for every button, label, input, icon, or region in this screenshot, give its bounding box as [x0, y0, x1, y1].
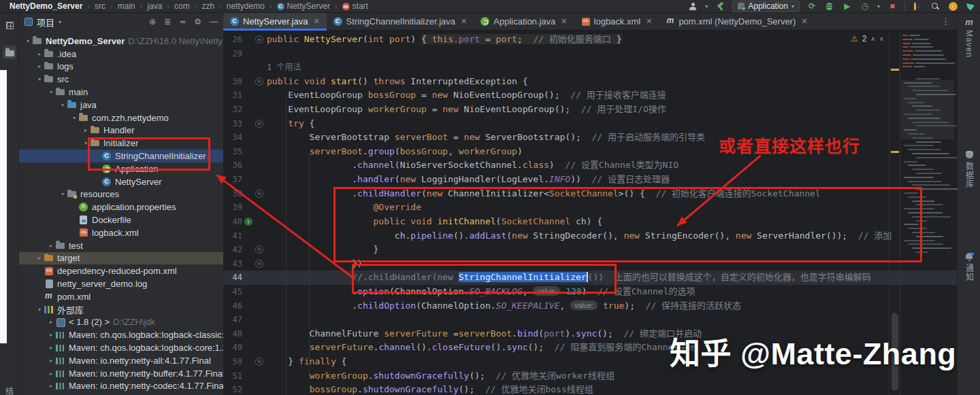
close-icon[interactable]: ✕ — [461, 17, 467, 26]
tree-item-pom.xml[interactable]: pom.xml — [19, 290, 223, 303]
expand-all-icon[interactable]: ≣ — [164, 17, 171, 27]
fold-icon[interactable]: ˅ — [255, 190, 263, 198]
maven-tool-button[interactable]: m Maven — [958, 17, 980, 58]
code-line-37[interactable]: 37 .handler(new LoggingHandler(LogLevel.… — [223, 173, 957, 187]
close-icon[interactable]: ✕ — [561, 17, 567, 26]
breadcrumb-item[interactable]: main — [118, 1, 135, 11]
prev-warning-icon[interactable]: ∧ — [870, 35, 875, 42]
chevron-icon[interactable]: ▾ — [35, 307, 44, 313]
code-line-48[interactable]: 48 ChannelFuture serverFuture =serverBoo… — [223, 327, 957, 341]
project-tab[interactable]: 项目 ▾ — [24, 16, 61, 29]
chevron-icon[interactable]: ▾ — [58, 102, 67, 108]
scrollbar-thumb[interactable] — [892, 313, 898, 391]
tree-item-dependency-reduced-pom.xml[interactable]: dependency-reduced-pom.xml — [19, 264, 223, 277]
fold-icon[interactable]: ˅ — [255, 78, 263, 86]
close-icon[interactable]: ✕ — [801, 17, 807, 26]
code-line-hint[interactable]: 1 个用法 — [223, 61, 957, 75]
chevron-icon[interactable]: ▸ — [35, 63, 44, 69]
chevron-icon[interactable]: ▸ — [46, 243, 56, 249]
debug-button[interactable] — [824, 1, 835, 12]
build-hammer-icon[interactable] — [715, 1, 725, 12]
chevron-icon[interactable]: ▸ — [35, 255, 44, 261]
coverage-button[interactable]: ▶ — [842, 1, 853, 12]
breadcrumb-item[interactable]: CNettyServer — [277, 1, 330, 11]
code-line-39[interactable]: 39 @Override — [223, 201, 957, 215]
tab-application-java[interactable]: Application.java✕ — [474, 13, 574, 30]
breadcrumb-item[interactable]: src — [95, 1, 105, 11]
notifications-tool-button[interactable]: 通知 — [958, 253, 980, 281]
code-line-51[interactable]: 51 workerGroup.shutdownGracefully(); // … — [223, 369, 957, 383]
chevron-icon[interactable]: ▸ — [46, 332, 56, 338]
code-line-49[interactable]: 49 serverFuture.channel().closeFuture().… — [223, 341, 957, 355]
chevron-icon[interactable]: ▾ — [46, 89, 56, 95]
code-line-50[interactable]: 50˅ } finally { — [223, 355, 957, 369]
fold-icon[interactable]: + — [255, 35, 263, 44]
tree-item-com.zzh.nettydemo[interactable]: ▾com.zzh.nettydemo — [19, 111, 223, 124]
tree-item-Dockerfile[interactable]: Dockerfile — [19, 213, 223, 226]
tree-item-NettyDemo-Server[interactable]: ▾NettyDemo_Server D:\ZZH\16.0 Netty\Nett… — [19, 35, 223, 48]
update-button[interactable]: ↑ — [947, 1, 958, 12]
breadcrumb-item[interactable]: nettydemo — [227, 1, 265, 11]
code-editor[interactable]: 26+public NettyServer(int port) { this.p… — [223, 33, 957, 395]
code-line-35[interactable]: 35 serverBoot.group(bossGroup, workerGro… — [223, 145, 957, 159]
code-line-43[interactable]: 43˅ }) — [223, 257, 957, 271]
tab-nettyserver-java[interactable]: NettyServer.java✕ — [223, 13, 327, 30]
code-line-33[interactable]: 33˅ try { — [223, 117, 957, 131]
tab-list-more-icon[interactable]: ⋮ — [934, 13, 957, 30]
close-icon[interactable]: ✕ — [646, 17, 652, 26]
tree-item-StringChannelInitializer[interactable]: StringChannelInitializer — [19, 150, 223, 162]
fold-icon[interactable]: ˅ — [255, 260, 263, 268]
collapse-all-icon[interactable]: ≂ — [179, 17, 186, 27]
tree-item-test[interactable]: ▸test — [19, 239, 223, 252]
tab-pom-xml-nettydemo-server-[interactable]: pom.xml (NettyDemo_Server)✕ — [659, 13, 814, 30]
chevron-icon[interactable]: ▾ — [81, 140, 91, 146]
tree-item--1.8-2-[interactable]: ▸< 1.8 (2) > D:\ZZH\jdk — [19, 316, 223, 329]
next-warning-icon[interactable]: ∨ — [879, 35, 884, 42]
code-line-32[interactable]: 32 EventLoopGroup workerGroup = new NioE… — [223, 103, 957, 117]
stop-button[interactable]: ■ — [887, 1, 898, 12]
window-grid-icon[interactable] — [3, 18, 16, 32]
tree-item-main[interactable]: ▾main — [19, 86, 223, 99]
tree-item-NettyServer[interactable]: NettyServer — [19, 175, 223, 188]
code-line-26[interactable]: 26+public NettyServer(int port) { this.p… — [223, 33, 957, 47]
code-line-46[interactable]: 46 .childOption(ChannelOption.SO_KEEPALI… — [223, 299, 957, 313]
tree-item-application.properties[interactable]: application.properties — [19, 201, 223, 213]
chevron-icon[interactable]: ▾ — [58, 191, 67, 197]
hide-panel-icon[interactable]: — — [210, 17, 218, 27]
tree-item-Handler[interactable]: ▸Handler — [19, 124, 223, 137]
chevron-icon[interactable]: ▾ — [23, 38, 33, 44]
profiler-button[interactable]: ◷ — [860, 1, 870, 12]
code-line-45[interactable]: 45 .option(ChannelOption.SO_BACKLOG, val… — [223, 285, 957, 299]
override-method-icon[interactable]: ↑ — [244, 218, 252, 226]
chevron-icon[interactable]: ▾ — [35, 76, 44, 82]
editor-minimap[interactable] — [901, 31, 954, 265]
tree-item-Maven-io.netty-netty-all-4.1.77.Final[interactable]: ▸Maven: io.netty:netty-all:4.1.77.Final — [19, 354, 223, 367]
tree-item-netty-server-demo.log[interactable]: netty_server_demo.log — [19, 277, 223, 290]
code-line-47[interactable]: 47 — [223, 313, 957, 327]
chevron-icon[interactable]: ▸ — [46, 345, 56, 351]
plugin-icon[interactable] — [912, 1, 923, 12]
tree-item-Application[interactable]: Application — [19, 162, 223, 175]
tree-item-Maven-io.netty-netty-buffer-4.1.77.Final[interactable]: ▸Maven: io.netty:netty-buffer:4.1.77.Fin… — [19, 367, 223, 380]
run-button[interactable]: ⟳ — [806, 1, 817, 12]
fold-icon[interactable]: ˅ — [255, 245, 263, 254]
inspections-widget[interactable]: ⚠ 2 ∧ ∨ — [851, 34, 884, 44]
breadcrumb-item[interactable]: zzh — [201, 1, 214, 11]
tree-item-logback.xml[interactable]: logback.xml — [19, 226, 223, 239]
tree-item-src[interactable]: ▾src — [19, 73, 223, 86]
tab-logback-xml[interactable]: logback.xml✕ — [574, 13, 659, 30]
code-line-52[interactable]: 52 bossGroup.shutdownGracefully(); // 优雅… — [223, 383, 957, 395]
tree-item-target[interactable]: ▸target — [19, 252, 223, 265]
tree-item-Maven-ch.qos.logback-logback-classic-1.2.11[interactable]: ▸Maven: ch.qos.logback:logback-classic:1… — [19, 328, 223, 341]
close-icon[interactable]: ✕ — [313, 17, 319, 26]
tree-item-java[interactable]: ▾java — [19, 99, 223, 111]
search-everywhere-button[interactable] — [930, 1, 941, 12]
code-line-41[interactable]: 41 ch.pipeline().addLast(new StringDecod… — [223, 229, 957, 243]
warning-stripe-mark[interactable] — [891, 151, 899, 153]
warning-stripe-mark[interactable] — [891, 69, 899, 71]
tree-item-.idea[interactable]: ▸.idea — [19, 48, 223, 61]
project-tool-button[interactable] — [3, 46, 16, 59]
breadcrumb-item[interactable]: java — [147, 1, 162, 11]
breadcrumb-item[interactable]: com — [174, 1, 190, 11]
tree-item-Maven-ch.qos.logback-logback-core-1.2.11[interactable]: ▸Maven: ch.qos.logback:logback-core:1.2.… — [19, 341, 223, 354]
